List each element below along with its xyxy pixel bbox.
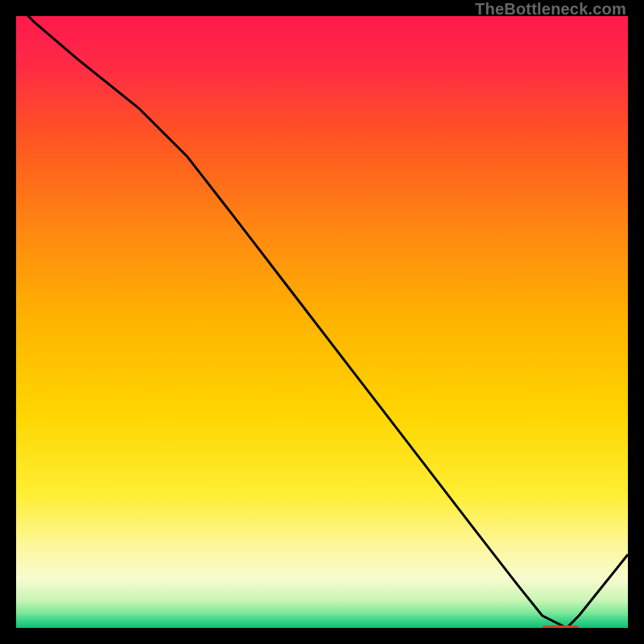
chart-svg <box>16 16 628 628</box>
plot-background <box>16 16 628 628</box>
minimum-marker <box>543 625 580 628</box>
